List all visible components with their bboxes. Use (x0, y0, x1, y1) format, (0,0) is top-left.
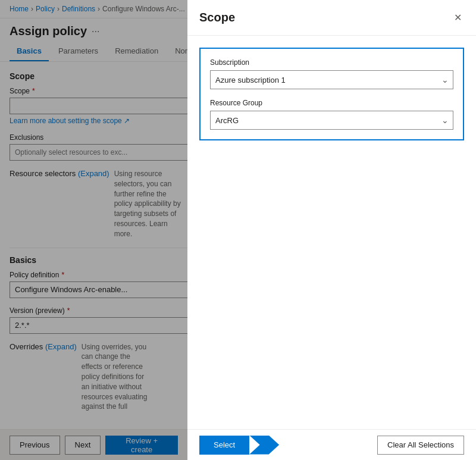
close-icon: ✕ (454, 12, 462, 23)
resource-group-label: Resource Group (210, 99, 453, 107)
scope-panel-title: Scope (199, 11, 235, 24)
subscription-label: Subscription (210, 58, 453, 67)
arrow-indicator (249, 436, 279, 455)
select-button[interactable]: Select (199, 436, 249, 455)
subscription-field: Subscription Azure subscription 1 (210, 58, 453, 89)
resource-group-field: Resource Group ArcRG (210, 99, 453, 130)
subscription-select[interactable]: Azure subscription 1 (210, 70, 453, 89)
resource-group-select[interactable]: ArcRG (210, 111, 453, 130)
scope-panel-close-button[interactable]: ✕ (452, 10, 464, 26)
scope-box: Subscription Azure subscription 1 Resour… (199, 48, 464, 140)
select-area: Select (199, 436, 279, 455)
subscription-select-wrapper: Azure subscription 1 (210, 70, 453, 89)
resource-group-select-wrapper: ArcRG (210, 111, 453, 130)
scope-panel: Scope ✕ Subscription Azure subscription … (187, 0, 476, 460)
scope-panel-header: Scope ✕ (187, 0, 476, 36)
scope-panel-content: Subscription Azure subscription 1 Resour… (187, 36, 476, 429)
scope-panel-bottom: Select Clear All Selections (187, 429, 476, 460)
clear-all-selections-button[interactable]: Clear All Selections (377, 436, 464, 455)
